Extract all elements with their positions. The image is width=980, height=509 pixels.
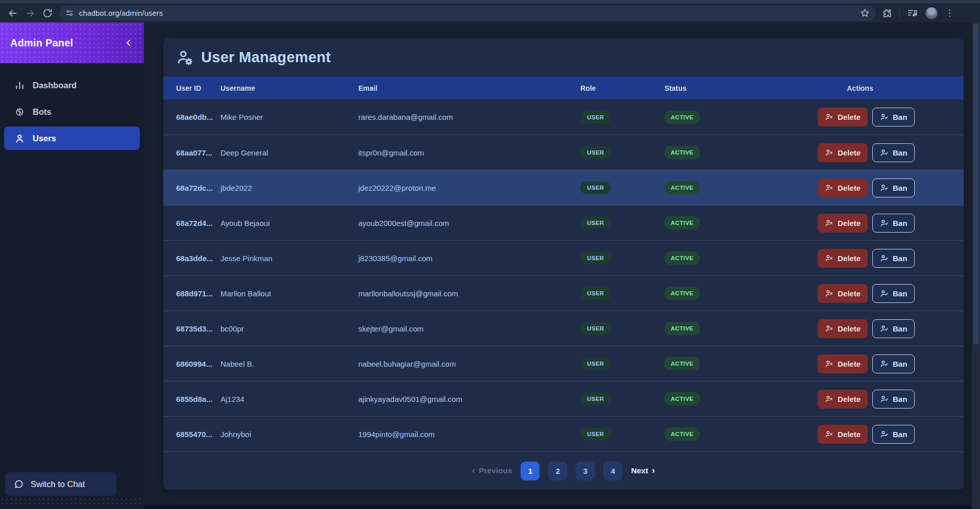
status-badge: ACTIVE bbox=[665, 287, 700, 300]
role-badge: USER bbox=[580, 322, 611, 335]
user-check-icon bbox=[880, 184, 889, 192]
username-cell: Jesse Pinkman bbox=[220, 254, 358, 263]
status-badge: ACTIVE bbox=[665, 111, 700, 124]
sidebar-item-bots[interactable]: Bots bbox=[4, 100, 140, 123]
table-row[interactable]: 688d971... Marllon Ballout marllonballou… bbox=[163, 275, 964, 311]
bookmark-star-icon[interactable] bbox=[860, 8, 870, 18]
sidebar-header: Admin Panel bbox=[0, 22, 144, 63]
email-cell: marllonballoutssj@gmail.com bbox=[358, 289, 580, 298]
delete-button[interactable]: Delete bbox=[818, 354, 868, 373]
profile-avatar[interactable] bbox=[925, 7, 938, 20]
ban-button[interactable]: Ban bbox=[872, 425, 915, 444]
column-header-status: Status bbox=[665, 84, 818, 92]
switch-to-chat-label: Switch to Chat bbox=[31, 479, 85, 489]
ban-button[interactable]: Ban bbox=[872, 354, 915, 373]
user-x-icon bbox=[825, 430, 834, 439]
ban-button[interactable]: Ban bbox=[872, 284, 915, 303]
role-badge: USER bbox=[580, 146, 611, 159]
page-button-2[interactable]: 2 bbox=[548, 462, 567, 480]
media-controls-icon[interactable] bbox=[907, 8, 918, 18]
table-row[interactable]: 68735d3... bc00pr skejter@gmail.com USER… bbox=[163, 311, 964, 346]
ban-button[interactable]: Ban bbox=[872, 214, 915, 233]
scrollbar-track[interactable] bbox=[972, 22, 980, 509]
delete-button[interactable]: Delete bbox=[818, 425, 868, 444]
chat-bubble-icon bbox=[14, 479, 24, 489]
sidebar-item-dashboard[interactable]: Dashboard bbox=[4, 73, 140, 97]
user-check-icon bbox=[880, 254, 889, 263]
previous-label: Previous bbox=[479, 466, 512, 475]
ban-button[interactable]: Ban bbox=[872, 108, 915, 126]
table-row[interactable]: 68a72d4... Ayoub Bejaoui ayoub2000est@gm… bbox=[163, 205, 964, 240]
username-cell: jbde2022 bbox=[220, 184, 358, 192]
sidebar-item-users[interactable]: Users bbox=[4, 126, 140, 150]
extensions-icon[interactable] bbox=[882, 8, 892, 18]
table-row[interactable]: 6860994... Nabeel B. nabeel.buhagiar@gma… bbox=[163, 346, 964, 381]
site-info-icon[interactable] bbox=[65, 9, 74, 17]
status-badge: ACTIVE bbox=[665, 251, 700, 265]
username-cell: Marllon Ballout bbox=[220, 289, 358, 298]
sidebar-item-label: Dashboard bbox=[33, 81, 77, 90]
row-actions: Delete Ban bbox=[818, 354, 915, 373]
ban-label: Ban bbox=[893, 148, 907, 157]
url-text[interactable]: chadbot.org/admin/users bbox=[79, 9, 855, 17]
status-badge: ACTIVE bbox=[665, 427, 700, 441]
previous-page-button[interactable]: ‹ Previous bbox=[472, 466, 512, 475]
delete-button[interactable]: Delete bbox=[818, 214, 868, 233]
status-badge: ACTIVE bbox=[665, 322, 700, 335]
user-check-icon bbox=[880, 360, 889, 368]
role-badge: USER bbox=[580, 287, 611, 299]
ban-button[interactable]: Ban bbox=[872, 249, 915, 268]
ban-button[interactable]: Ban bbox=[872, 179, 915, 197]
ban-button[interactable]: Ban bbox=[872, 390, 915, 409]
browser-toolbar: chadbot.org/admin/users ⋮ bbox=[0, 4, 980, 22]
row-actions: Delete Ban bbox=[818, 319, 915, 338]
row-actions: Delete Ban bbox=[818, 108, 915, 126]
user-check-icon bbox=[880, 324, 889, 333]
page-button-4[interactable]: 4 bbox=[603, 462, 622, 480]
page-button-3[interactable]: 3 bbox=[576, 462, 595, 480]
table-row[interactable]: 6855d8a... Aj1234 ajinkyayadav0501@gmail… bbox=[163, 381, 964, 416]
user-id-cell: 68a3dde... bbox=[163, 254, 220, 263]
delete-label: Delete bbox=[838, 289, 861, 298]
sidebar-item-label: Bots bbox=[33, 107, 52, 117]
sidebar-item-label: Users bbox=[33, 134, 56, 143]
switch-to-chat-button[interactable]: Switch to Chat bbox=[5, 472, 116, 496]
table-row[interactable]: 6855470... Johnyboi 1994pinto@gmail.com … bbox=[163, 416, 964, 451]
delete-button[interactable]: Delete bbox=[818, 249, 868, 268]
user-gear-icon bbox=[176, 49, 193, 66]
delete-button[interactable]: Delete bbox=[818, 179, 868, 197]
ban-label: Ban bbox=[893, 219, 907, 227]
sidebar-dot-pattern bbox=[0, 497, 144, 505]
table-row[interactable]: 68ae0db... Mike Posner rares.darabana@gm… bbox=[163, 99, 964, 135]
table-row[interactable]: 68a3dde... Jesse Pinkman j8230385@gmail.… bbox=[163, 240, 964, 275]
delete-button[interactable]: Delete bbox=[818, 319, 868, 338]
email-cell: skejter@gmail.com bbox=[358, 324, 580, 333]
user-id-cell: 6855470... bbox=[163, 430, 220, 439]
delete-button[interactable]: Delete bbox=[818, 143, 868, 162]
reload-icon[interactable] bbox=[42, 8, 53, 19]
delete-button[interactable]: Delete bbox=[818, 108, 868, 126]
browser-chrome: chadbot.org/admin/users ⋮ bbox=[0, 0, 980, 22]
chevron-left-icon[interactable] bbox=[124, 38, 134, 48]
delete-button[interactable]: Delete bbox=[818, 390, 868, 409]
page-button-1[interactable]: 1 bbox=[521, 462, 540, 480]
table-row[interactable]: 68aa077... Deep General itspr0n@gmail.co… bbox=[163, 135, 964, 170]
table-row[interactable]: 68a72dc... jbde2022 jdez20222@proton.me … bbox=[163, 170, 964, 205]
scrollbar-thumb[interactable] bbox=[973, 23, 978, 345]
delete-button[interactable]: Delete bbox=[818, 284, 868, 303]
user-x-icon bbox=[825, 289, 834, 298]
username-cell: Ayoub Bejaoui bbox=[220, 219, 358, 227]
username-cell: bc00pr bbox=[220, 324, 358, 333]
next-page-button[interactable]: Next › bbox=[631, 466, 655, 475]
delete-label: Delete bbox=[838, 324, 861, 333]
column-header-role: Role bbox=[580, 84, 665, 92]
role-badge: USER bbox=[580, 358, 611, 370]
browser-menu-icon[interactable]: ⋮ bbox=[945, 9, 954, 17]
back-icon[interactable] bbox=[7, 8, 18, 19]
ban-button[interactable]: Ban bbox=[872, 319, 915, 338]
address-bar[interactable]: chadbot.org/admin/users bbox=[59, 6, 876, 21]
user-check-icon bbox=[880, 395, 889, 403]
user-check-icon bbox=[880, 113, 889, 121]
ban-button[interactable]: Ban bbox=[872, 143, 915, 162]
forward-icon[interactable] bbox=[24, 8, 36, 19]
